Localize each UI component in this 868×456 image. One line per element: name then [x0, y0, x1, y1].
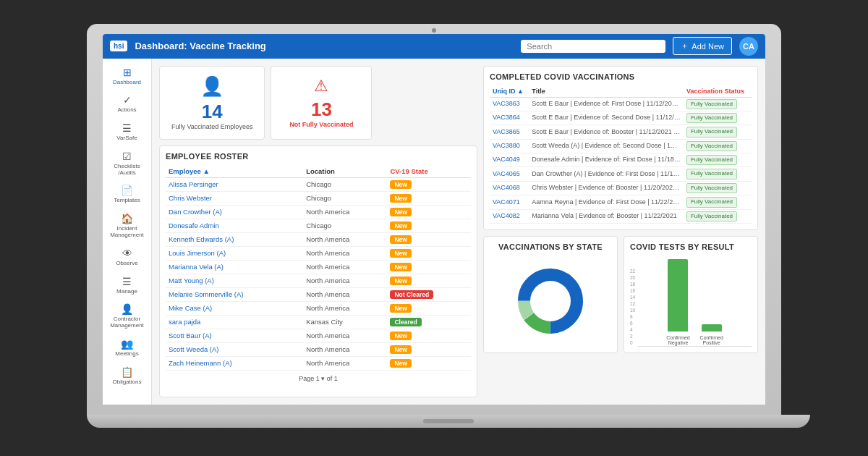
- roster-cell-state: New: [387, 246, 471, 260]
- vacc-cell-status: Fully Vaccinated: [684, 97, 752, 111]
- roster-cell-state: New: [387, 274, 471, 287]
- sidebar-item-observe[interactable]: 👁 Observe: [103, 244, 151, 271]
- person-icon: 👤: [200, 75, 224, 98]
- roster-name-link[interactable]: Mike Case (A): [169, 304, 212, 312]
- roster-cell-location: Kansas City: [303, 315, 387, 329]
- roster-cell-location: Chicago: [303, 177, 387, 191]
- roster-col-cv19[interactable]: CV-19 State: [387, 165, 471, 178]
- vacc-row: VAC3864Scott E Baur | Evidence of: Secon…: [490, 111, 752, 124]
- sidebar-item-manage[interactable]: ☰ Manage: [103, 272, 151, 299]
- y-label-14: 14: [630, 295, 635, 300]
- vacc-col-title[interactable]: Title: [529, 85, 684, 98]
- templates-icon: 📄: [121, 185, 133, 196]
- sidebar-item-incident[interactable]: 🏠 Incident Management: [103, 209, 151, 242]
- vacc-id-link[interactable]: VAC3863: [493, 100, 520, 107]
- sidebar-item-dashboard[interactable]: ⊞ Dashboard: [103, 63, 151, 90]
- vacc-cell-id: VAC3863: [490, 97, 529, 111]
- roster-cell-state: New: [387, 301, 471, 315]
- vacc-cell-status: Fully Vaccinated: [684, 181, 752, 195]
- roster-row: Mike Case (A)North AmericaNew: [166, 301, 471, 315]
- dashboard-icon: ⊞: [123, 67, 132, 78]
- roster-name-link[interactable]: sara pajda: [169, 318, 200, 326]
- vacc-cell-status: Fully Vaccinated: [684, 195, 752, 209]
- vacc-id-link[interactable]: VAC4049: [493, 156, 520, 163]
- roster-col-location[interactable]: Location: [303, 165, 387, 178]
- vacc-id-link[interactable]: VAC4065: [493, 170, 520, 177]
- roster-name-link[interactable]: Chris Webster: [169, 194, 212, 202]
- roster-name-link[interactable]: Donesafe Admin: [169, 221, 219, 229]
- vacc-cell-id: VAC4049: [490, 153, 529, 167]
- vacc-col-id[interactable]: Uniq ID ▲: [490, 85, 529, 98]
- state-badge: Cleared: [390, 318, 421, 326]
- sidebar-item-obligations[interactable]: 📋 Obligations: [103, 363, 151, 389]
- y-label-4: 4: [630, 327, 635, 332]
- vacc-cell-status: Fully Vaccinated: [684, 209, 752, 223]
- state-badge: New: [390, 359, 411, 368]
- y-label-8: 8: [630, 314, 635, 319]
- state-badge: New: [390, 304, 411, 313]
- roster-name-link[interactable]: Louis Jimerson (A): [169, 249, 226, 257]
- roster-name-link[interactable]: Dan Crowther (A): [169, 208, 222, 216]
- sidebar-item-actions[interactable]: ✓ Actions: [103, 90, 151, 117]
- vacc-id-link[interactable]: VAC3864: [493, 114, 520, 121]
- sidebar-label-varsafe: VarSafe: [116, 135, 137, 142]
- roster-name-link[interactable]: Melanie Sommerville (A): [169, 290, 243, 298]
- vacc-id-link[interactable]: VAC4082: [493, 212, 520, 219]
- actions-icon: ✓: [123, 94, 132, 106]
- sidebar-item-meetings[interactable]: 👥 Meetings: [103, 334, 151, 361]
- vacc-col-status[interactable]: Vaccination Status: [684, 85, 752, 98]
- bar-negative-label: ConfirmedNegative: [666, 335, 689, 346]
- roster-cell-state: New: [387, 205, 471, 219]
- vacc-id-link[interactable]: VAC4068: [493, 184, 520, 191]
- roster-section: EMPLOYEE ROSTER Employee ▲ Location CV-1…: [159, 145, 477, 397]
- vaccination-status-badge: Fully Vaccinated: [686, 141, 737, 151]
- app: hsi Dashboard: Vaccine Tracking ＋ Add Ne…: [103, 34, 765, 405]
- vacc-id-link[interactable]: VAC4071: [493, 198, 520, 206]
- state-badge: New: [390, 235, 411, 244]
- roster-col-employee[interactable]: Employee ▲: [166, 165, 303, 178]
- roster-cell-location: North America: [303, 287, 387, 301]
- roster-row: Melanie Sommerville (A)North AmericaNot …: [166, 287, 471, 301]
- roster-row: Matt Young (A)North AmericaNew: [166, 274, 471, 287]
- vacc-cell-id: VAC3865: [490, 125, 529, 139]
- roster-name-link[interactable]: Alissa Persinger: [169, 180, 218, 188]
- bar-negative-fill: [668, 259, 688, 332]
- plus-icon: ＋: [681, 41, 689, 51]
- vacc-cell-title: Scott E Baur | Evidence of: Booster | 11…: [529, 125, 684, 139]
- sidebar-item-varsafe[interactable]: ☰ VarSafe: [103, 119, 151, 145]
- roster-name-link[interactable]: Scott Baur (A): [169, 332, 212, 339]
- vacc-row: VAC3863Scott E Baur | Evidence of: First…: [490, 97, 752, 111]
- sidebar-item-templates[interactable]: 📄 Templates: [103, 181, 151, 208]
- roster-name-link[interactable]: Matt Young (A): [169, 276, 214, 284]
- sidebar-label-dashboard: Dashboard: [113, 80, 141, 86]
- vacc-id-link[interactable]: VAC3880: [493, 142, 520, 149]
- roster-row: Dan Crowther (A)North AmericaNew: [166, 205, 471, 219]
- vaccination-status-badge: Fully Vaccinated: [686, 113, 737, 123]
- roster-name-link[interactable]: Marianna Vela (A): [169, 263, 224, 271]
- roster-cell-name: Chris Webster: [166, 191, 303, 205]
- sidebar-label-meetings: Meetings: [115, 351, 138, 358]
- sidebar-label-checklists: Checklists /Audits: [106, 164, 148, 177]
- roster-cell-name: Marianna Vela (A): [166, 260, 303, 274]
- y-label-20: 20: [630, 275, 635, 280]
- vacc-cell-title: Dan Crowther (A) | Evidence of: First Do…: [529, 167, 684, 181]
- roster-name-link[interactable]: Scott Weeda (A): [169, 345, 219, 353]
- y-label-12: 12: [630, 301, 635, 306]
- add-new-button[interactable]: ＋ Add New: [673, 37, 732, 55]
- roster-cell-location: North America: [303, 246, 387, 260]
- roster-name-link[interactable]: Kenneth Edwards (A): [169, 235, 234, 243]
- bar-positive-label: ConfirmedPositive: [700, 335, 723, 346]
- roster-row: Scott Baur (A)North AmericaNew: [166, 329, 471, 342]
- roster-name-link[interactable]: Zach Heinemann (A): [169, 359, 232, 367]
- sidebar-item-contractor[interactable]: 👤 Contractor Management: [103, 300, 151, 333]
- meetings-icon: 👥: [121, 338, 133, 350]
- search-input[interactable]: [521, 40, 665, 53]
- avatar: CA: [739, 37, 758, 56]
- state-badge: New: [390, 332, 411, 340]
- vacc-id-link[interactable]: VAC3865: [493, 128, 520, 135]
- stats-and-roster-header: 👤 14 Fully Vaccinated Employees ⚠ 13: [159, 66, 477, 140]
- sidebar-item-checklists[interactable]: ☑ Checklists /Audits: [103, 147, 151, 180]
- vacc-row: VAC3865Scott E Baur | Evidence of: Boost…: [490, 125, 752, 139]
- covid-tests-section: COVID TESTS BY RESULT 0 2 4: [624, 236, 758, 353]
- roster-row: Kenneth Edwards (A)North AmericaNew: [166, 232, 471, 246]
